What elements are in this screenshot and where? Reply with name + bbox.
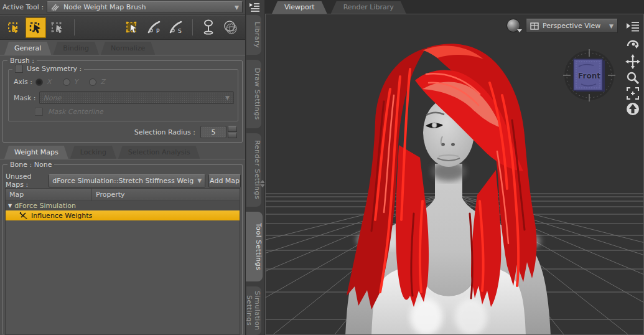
tab-render-library[interactable]: Render Library (331, 1, 406, 14)
active-tool-bar: Active Tool : Node Weight Map Brush ▼ (0, 0, 245, 15)
weight-map-icon (19, 212, 28, 219)
frame-selection-icon[interactable] (625, 86, 641, 101)
active-tool-value: Node Weight Map Brush (63, 3, 146, 11)
viewport-canvas[interactable]: Perspective View ▼ (265, 14, 644, 335)
zoom-camera-icon[interactable] (625, 70, 641, 85)
tab-general[interactable]: General (4, 42, 51, 55)
brush-group-label: Brush : (7, 57, 37, 65)
orbit-camera-icon[interactable] (625, 37, 641, 52)
active-tool-dropdown[interactable]: Node Weight Map Brush ▼ (47, 1, 243, 13)
axis-x-label: X (47, 78, 52, 86)
stepper-down-button[interactable] (228, 133, 237, 139)
chevron-down-icon[interactable] (517, 29, 522, 32)
geometry-selection-button[interactable] (122, 17, 142, 38)
toolbar-separator (192, 19, 193, 35)
axis-z-radio[interactable] (89, 78, 96, 86)
unused-maps-label: Unused Maps : (6, 172, 45, 189)
tool-tab-bar: General Binding Normalize (0, 41, 245, 55)
mask-centerline-checkbox[interactable] (35, 108, 43, 116)
node-selection-tool-button[interactable] (4, 17, 24, 38)
axis-y-label: Y (74, 78, 78, 86)
box-selection-tool-button[interactable] (47, 17, 68, 38)
side-tab-library[interactable]: Library (246, 15, 261, 55)
column-header-property[interactable]: Property (91, 189, 240, 201)
tab-normalize[interactable]: Normalize (101, 42, 155, 55)
use-symmetry-checkbox[interactable] (15, 65, 23, 73)
brush-toolbar: P S (0, 16, 245, 40)
axis-label: Axis : (14, 78, 32, 86)
axis-z-label: Z (100, 78, 105, 86)
viewport-options-menu-icon[interactable] (625, 19, 641, 34)
pan-camera-icon[interactable] (625, 54, 641, 69)
view-navigation-cube[interactable]: Front (560, 49, 618, 104)
axis-row: Axis : X Y Z (14, 78, 105, 86)
side-tab-simulation-settings[interactable]: Simulation Settings (246, 286, 261, 335)
side-tab-tool-settings[interactable]: Tool Settings (246, 212, 263, 281)
selected-row-label: Influence Weights (31, 212, 92, 220)
unused-maps-value: dForce Simulation::Stretch Stiffness Wei… (52, 177, 194, 185)
axis-y-radio[interactable] (63, 78, 70, 86)
viewport-pane-icon (530, 22, 539, 30)
brush-group: Brush : Use Symmetry : Axis : X Y Z Mask… (2, 60, 243, 143)
mask-centerline-row: Mask Centerline (35, 108, 103, 116)
tab-weight-maps[interactable]: Weight Maps (4, 146, 68, 159)
tab-viewport[interactable]: Viewport (272, 1, 327, 14)
column-header-map[interactable]: Map (6, 189, 91, 201)
camera-view-dropdown[interactable]: Perspective View ▼ (526, 19, 618, 33)
mask-centerline-label: Mask Centerline (48, 108, 103, 116)
table-header-row: Map Property (6, 189, 240, 201)
expand-triangle-icon[interactable]: ▼ (8, 201, 12, 210)
selection-radius-label: Selection Radius : (134, 128, 195, 136)
use-symmetry-row: Use Symmetry : (12, 65, 84, 73)
weight-brush-tool-icon (50, 3, 60, 11)
viewport-tab-bar: Viewport Render Library (264, 0, 644, 14)
mask-value: None (44, 94, 62, 102)
table-group-row[interactable]: ▼ dForce Simulation (6, 201, 240, 210)
mask-dropdown[interactable]: None ▼ (39, 92, 234, 104)
unused-maps-dropdown[interactable]: dForce Simulation::Stretch Stiffness Wei… (49, 174, 205, 187)
camera-view-value: Perspective View (543, 22, 600, 30)
unused-maps-row: Unused Maps : dForce Simulation::Stretch… (6, 172, 241, 189)
nav-cube-front-label[interactable]: Front (575, 72, 604, 80)
dock-tab-strip: Library Draw Settings Render Settings To… (245, 0, 264, 335)
tab-selection-analysis[interactable]: Selection Analysis (118, 146, 200, 159)
chevron-down-icon: ▼ (194, 177, 202, 184)
map-tab-bar: Weight Maps Locking Selection Analysis (0, 145, 245, 159)
brush-letter-s: S (178, 28, 182, 34)
group-row-label: dForce Simulation (14, 201, 76, 210)
bone-group-label: Bone : None (7, 161, 54, 169)
weight-maps-table: Map Property ▼ dForce Simulation Influen… (5, 188, 240, 335)
use-symmetry-label: Use Symmetry : (27, 65, 82, 73)
viewport-pane: Viewport Render Library (264, 0, 644, 335)
side-tab-draw-settings[interactable]: Draw Settings (246, 60, 261, 128)
add-map-button[interactable]: Add Map (208, 174, 241, 187)
stepper-up-button[interactable] (228, 126, 237, 132)
selection-radius-stepper (228, 126, 237, 138)
brush-letter-p: P (156, 28, 160, 34)
active-tool-label: Active Tool : (2, 3, 44, 11)
pin-tool-button[interactable] (198, 17, 218, 38)
side-tab-render-settings[interactable]: Render Settings (246, 133, 261, 207)
panel-menu-icon[interactable] (248, 2, 261, 15)
geodesic-sphere-button[interactable] (220, 17, 240, 38)
table-row-influence-weights[interactable]: Influence Weights (6, 210, 240, 220)
daz-studio-window: Active Tool : Node Weight Map Brush ▼ (0, 0, 644, 335)
use-symmetry-group: Use Symmetry : Axis : X Y Z Mask : None … (8, 69, 238, 121)
chevron-down-icon: ▼ (231, 4, 239, 11)
tab-locking[interactable]: Locking (70, 146, 116, 159)
chevron-down-icon: ▼ (222, 95, 230, 101)
paint-brush-button[interactable]: P (144, 17, 164, 38)
mask-label: Mask : (14, 94, 36, 102)
toolbar-separator (74, 19, 75, 35)
axis-x-radio[interactable] (35, 78, 43, 86)
selection-radius-field[interactable]: 5 (200, 126, 226, 138)
mask-row: Mask : None ▼ (14, 92, 234, 104)
selection-radius-row: Selection Radius : 5 (134, 126, 237, 138)
tool-settings-panel: Active Tool : Node Weight Map Brush ▼ (0, 0, 245, 335)
aim-camera-icon[interactable] (625, 101, 641, 116)
tab-binding[interactable]: Binding (53, 42, 99, 55)
paint-selection-tool-button[interactable] (26, 17, 46, 38)
smooth-brush-button[interactable]: S (166, 17, 186, 38)
chevron-down-icon: ▼ (605, 23, 614, 29)
